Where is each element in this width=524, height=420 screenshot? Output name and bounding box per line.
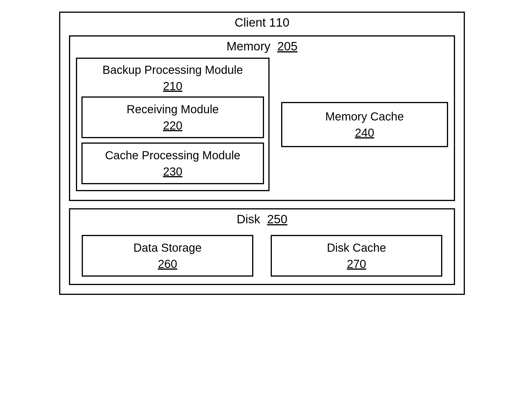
receiving-module: Receiving Module 220: [81, 96, 264, 138]
disk-container: Disk 250 Data Storage 260 Disk Cache 270: [69, 208, 455, 285]
disk-cache-num: 270: [347, 258, 366, 270]
data-storage-num: 260: [158, 258, 177, 270]
client-label: Client: [234, 16, 265, 29]
disk-title: Disk 250: [82, 209, 442, 235]
disk-cache: Disk Cache 270: [271, 235, 442, 277]
memory-cache-label: Memory Cache: [325, 110, 404, 123]
memory-cache-num: 240: [355, 126, 374, 139]
client-container: Client 110 Memory 205 Backup Processing …: [59, 12, 465, 295]
cache-processing-title: Cache Processing Module 230: [83, 147, 263, 180]
memory-label: Memory: [226, 39, 270, 53]
receiving-module-title: Receiving Module 220: [83, 101, 263, 134]
cache-processing-module: Cache Processing Module 230: [81, 143, 264, 184]
backup-processing-module: Backup Processing Module 210 Receiving M…: [76, 58, 270, 191]
memory-container: Memory 205 Backup Processing Module 210 …: [69, 35, 455, 201]
disk-cache-title: Disk Cache 270: [272, 240, 441, 272]
data-storage: Data Storage 260: [82, 235, 253, 277]
backup-module-label: Backup Processing Module: [102, 63, 243, 76]
memory-cache: Memory Cache 240: [281, 102, 448, 147]
data-storage-label: Data Storage: [133, 241, 202, 254]
data-storage-title: Data Storage 260: [83, 240, 252, 272]
client-title: Client 110: [69, 13, 455, 35]
disk-label: Disk: [236, 212, 260, 226]
memory-num: 205: [277, 39, 297, 53]
memory-title: Memory 205: [76, 36, 448, 58]
receiving-module-label: Receiving Module: [127, 103, 219, 116]
disk-content: Data Storage 260 Disk Cache 270: [82, 235, 442, 277]
cache-processing-label: Cache Processing Module: [105, 149, 240, 162]
disk-cache-label: Disk Cache: [327, 241, 386, 254]
cache-processing-num: 230: [163, 165, 182, 178]
memory-content: Backup Processing Module 210 Receiving M…: [76, 58, 448, 191]
backup-module-num: 210: [163, 80, 182, 92]
client-num: 110: [269, 16, 289, 29]
receiving-module-num: 220: [163, 119, 182, 132]
disk-num: 250: [267, 212, 287, 226]
memory-cache-title: Memory Cache 240: [282, 108, 447, 141]
backup-module-title: Backup Processing Module 210: [81, 62, 264, 94]
